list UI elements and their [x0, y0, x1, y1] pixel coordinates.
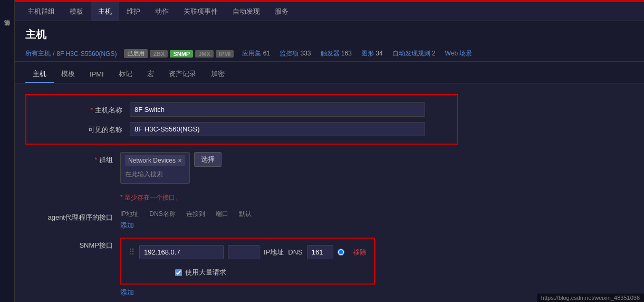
- snmp-default-radio[interactable]: [338, 249, 344, 256]
- nav-item-related-events[interactable]: 关联项事件: [176, 2, 225, 21]
- badge-jmx: JMX: [195, 50, 214, 58]
- badge-snmp: SNMP: [170, 50, 193, 58]
- visible-name-label: 可见的名称: [35, 122, 130, 135]
- snmp-box: ⠿ IP地址 DNS 移除: [120, 238, 375, 285]
- snmp-ip-type-label: IP地址: [264, 248, 284, 257]
- badge-ipmi: IPMI: [216, 50, 234, 58]
- hostname-control: [130, 102, 425, 117]
- tab-macros[interactable]: 宏: [140, 66, 161, 83]
- url-bar: https://blog.csdn.net/weixin_48351036: [537, 294, 644, 302]
- min-interface-row: * 至少存在一个接口。: [25, 191, 633, 202]
- select-group-button[interactable]: 选择: [194, 152, 222, 167]
- tab-tags[interactable]: 标记: [111, 66, 140, 83]
- min-interface-label-spacer: [25, 191, 120, 194]
- snmp-add-link[interactable]: 添加: [120, 288, 134, 296]
- auto-rules-link[interactable]: 自动发现规则 2: [392, 49, 436, 58]
- tab-host[interactable]: 主机: [25, 66, 54, 83]
- group-row: * 群组 Network Devices × 在此输入搜索 选择: [25, 152, 633, 184]
- group-tag-remove[interactable]: ×: [178, 156, 182, 165]
- snmp-interface-row: SNMP接口 ⠿ IP地址 DNS 移: [25, 238, 633, 297]
- nav-item-services[interactable]: 服务: [267, 2, 296, 21]
- agent-interface-label: agent代理程序的接口: [25, 210, 120, 222]
- agent-col-headers: IP地址 DNS名称 连接到 端口 默认: [120, 210, 252, 219]
- group-tag-network-devices: Network Devices ×: [125, 155, 185, 166]
- snmp-bulk-row: 使用大量请求: [175, 268, 367, 277]
- monitors-link[interactable]: 监控项 333: [280, 49, 311, 58]
- breadcrumb-separator: /: [53, 50, 54, 58]
- graphs-link[interactable]: 图形 34: [361, 49, 383, 58]
- triggers-link[interactable]: 触发器 163: [321, 49, 352, 58]
- snmp-ip-input[interactable]: [139, 245, 224, 259]
- tab-encryption[interactable]: 加密: [204, 66, 232, 83]
- snmp-radio-group: [338, 249, 344, 256]
- breadcrumb-home[interactable]: 所有主机: [25, 49, 51, 58]
- agent-interface-row: agent代理程序的接口 IP地址 DNS名称 连接到 端口 默认 添加: [25, 210, 633, 230]
- group-search-hint: 在此输入搜索: [125, 170, 185, 179]
- agent-add-link[interactable]: 添加: [120, 221, 134, 229]
- visible-name-row: 可见的名称: [35, 122, 448, 136]
- drag-handle-icon[interactable]: ⠿: [129, 247, 135, 257]
- page-header: 主机: [15, 21, 644, 46]
- snmp-remove-button[interactable]: 移除: [353, 248, 367, 257]
- nav-item-host-groups[interactable]: 主机群组: [20, 2, 62, 21]
- web-link[interactable]: Web 场景: [445, 49, 473, 58]
- status-badges: 已启用 ZBX SNMP JMX IPMI: [124, 49, 234, 58]
- visible-name-control: [130, 122, 425, 136]
- nav-item-maintenance[interactable]: 维护: [119, 2, 148, 21]
- nav-item-hosts[interactable]: 主机: [91, 2, 119, 21]
- hostname-input[interactable]: [130, 102, 425, 117]
- breadcrumb-current[interactable]: 8F H3C-S5560(NGS): [56, 50, 117, 58]
- hostname-label: * 主机名称: [35, 102, 130, 115]
- min-interface-error: * 至少存在一个接口。: [120, 193, 181, 202]
- nav-item-actions[interactable]: 动作: [148, 2, 176, 21]
- left-sidebar: 其他书签: [0, 0, 15, 302]
- group-field: Network Devices × 在此输入搜索 选择: [120, 152, 222, 184]
- group-label: * 群组: [25, 152, 120, 165]
- status-links: 应用集 61 监控项 333 触发器 163 图形 34 自动发现规则 2 We…: [242, 49, 472, 58]
- tab-asset[interactable]: 资产记录: [161, 66, 204, 83]
- nav-item-templates[interactable]: 模板: [62, 2, 91, 21]
- main-content: * 主机名称 可见的名称 * 群组: [15, 83, 644, 302]
- tab-templates[interactable]: 模板: [54, 66, 82, 83]
- nav-item-auto-discovery[interactable]: 自动发现: [225, 2, 267, 21]
- apps-link[interactable]: 应用集 61: [242, 49, 270, 58]
- badge-zbx: ZBX: [150, 50, 168, 58]
- snmp-bulk-label[interactable]: 使用大量请求: [185, 268, 226, 277]
- hostname-row: * 主机名称: [35, 102, 448, 117]
- snmp-bulk-checkbox[interactable]: [175, 269, 182, 276]
- visible-name-input[interactable]: [130, 122, 425, 136]
- agent-interface-control: IP地址 DNS名称 连接到 端口 默认 添加: [120, 210, 252, 230]
- badge-enabled[interactable]: 已启用: [124, 49, 148, 58]
- snmp-dns-input[interactable]: [228, 245, 259, 259]
- group-tags-container: Network Devices × 在此输入搜索: [120, 152, 190, 184]
- form-section: * 主机名称 可见的名称 * 群组: [25, 94, 633, 302]
- snmp-interface-entry: ⠿ IP地址 DNS 移除: [129, 245, 367, 259]
- snmp-port-input[interactable]: [307, 245, 333, 259]
- top-nav: 主机群组 模板 主机 维护 动作 关联项事件 自动发现 服务: [15, 2, 644, 21]
- snmp-interface-label: SNMP接口: [25, 238, 120, 250]
- breadcrumb-bar: 所有主机 / 8F H3C-S5560(NGS) 已启用 ZBX SNMP JM…: [15, 46, 644, 62]
- inner-tabs: 主机 模板 IPMI 标记 宏 资产记录 加密: [15, 62, 644, 83]
- snmp-dns-label: DNS: [288, 248, 302, 256]
- tab-ipmi[interactable]: IPMI: [82, 67, 111, 82]
- page-title: 主机: [25, 29, 46, 40]
